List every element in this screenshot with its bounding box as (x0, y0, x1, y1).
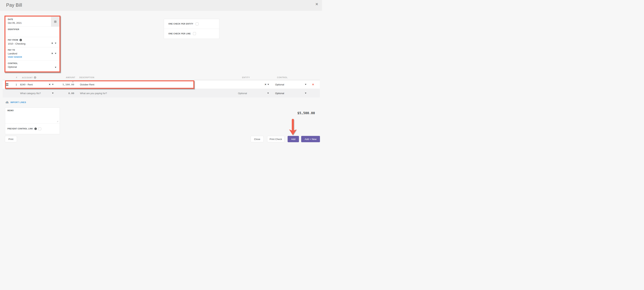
total-amount: $5,500.00 (297, 111, 315, 115)
column-header-num: # (16, 76, 17, 79)
one-check-per-line-checkbox[interactable] (193, 32, 196, 35)
account-select[interactable]: What category fits? (20, 89, 41, 98)
column-header-account: ACCOUNT (22, 76, 33, 79)
print-check-button[interactable]: Print Check (267, 136, 284, 142)
pay-from-label: PAY FROM (8, 39, 18, 41)
clear-icon[interactable]: ✕ (49, 83, 50, 86)
clear-icon[interactable]: ✕ (264, 83, 266, 86)
amount-input[interactable]: 5,500.00 (58, 80, 74, 89)
chevron-down-icon[interactable] (305, 84, 306, 85)
row-control-value[interactable]: Optional (275, 89, 284, 98)
row-number: 1 (16, 80, 17, 89)
chevron-down-icon[interactable] (52, 93, 54, 94)
memo-card: MEMO PREVENT CONTROL LINK i (5, 108, 60, 134)
add-button[interactable]: Add (288, 136, 299, 142)
memo-field: MEMO (5, 108, 60, 124)
row-control-value[interactable]: Optional (275, 80, 284, 89)
prevent-control-link-row: PREVENT CONTROL LINK i (5, 124, 60, 134)
one-check-per-line-label: ONE CHECK PER LINE (168, 33, 191, 35)
table-row: What category fits? 0.00 What are you pa… (2, 89, 320, 98)
column-header-control: CONTROL (277, 76, 288, 79)
pay-from-field: PAY FROM i 1010 - Checking ✕ (6, 37, 59, 47)
close-button[interactable]: Close (250, 136, 264, 142)
description-input[interactable]: What are you paying for? (80, 89, 107, 98)
table-row: 1 8240 - Rent ✕ 5,500.00 October Rent ✕ … (2, 80, 320, 89)
control-label: CONTROL (8, 62, 57, 64)
cloud-upload-icon (5, 101, 9, 104)
clear-icon[interactable]: ✕ (51, 52, 53, 55)
bill-details-card: DATE Oct 05, 2021 IDENTIFIER PAY FROM i … (6, 16, 60, 71)
modal-header: Pay Bill ✕ (0, 0, 322, 10)
one-check-per-entity-label: ONE CHECK PER ENTITY (168, 23, 193, 25)
chevron-down-icon[interactable] (305, 93, 306, 94)
pay-to-label: PAY TO (8, 49, 57, 51)
date-value[interactable]: Oct 05, 2021 (8, 21, 57, 24)
pay-from-value[interactable]: 1010 - Checking (8, 42, 57, 45)
description-input[interactable]: October Rent (80, 80, 94, 89)
close-icon[interactable]: ✕ (315, 2, 318, 6)
chevron-down-icon[interactable] (55, 43, 56, 44)
chevron-down-icon[interactable] (267, 93, 269, 94)
column-header-entity: ENTITY (242, 76, 250, 79)
chevron-down-icon[interactable] (55, 67, 56, 68)
memo-label: MEMO (8, 110, 58, 112)
annotation-arrow-icon (289, 119, 297, 136)
one-check-per-line-row: ONE CHECK PER LINE (164, 29, 219, 38)
identifier-input[interactable] (8, 31, 53, 34)
delete-row-icon[interactable]: ✕ (312, 83, 314, 86)
account-value[interactable]: 8240 - Rent (20, 80, 33, 89)
chevron-down-icon[interactable] (268, 84, 269, 85)
one-check-per-entity-checkbox[interactable] (196, 22, 198, 25)
control-value[interactable]: Optional (8, 66, 57, 68)
check-options-card: ONE CHECK PER ENTITY ONE CHECK PER LINE (164, 19, 220, 39)
column-header-amount: AMOUNT (61, 76, 75, 79)
prevent-control-link-checkbox[interactable] (38, 127, 41, 130)
import-lines-link[interactable]: IMPORT LINES (5, 101, 26, 104)
memo-textarea[interactable] (8, 112, 56, 122)
identifier-label: IDENTIFIER (8, 28, 57, 30)
date-picker-button[interactable] (51, 17, 59, 26)
prevent-control-link-label: PREVENT CONTROL LINK (8, 128, 33, 130)
info-icon[interactable]: i (34, 76, 36, 79)
info-icon[interactable]: i (20, 39, 22, 41)
identifier-field: IDENTIFIER (6, 27, 59, 37)
date-label: DATE (8, 18, 57, 20)
column-header-description: DESCRIPTION (80, 76, 94, 79)
one-check-per-entity-row: ONE CHECK PER ENTITY (164, 19, 219, 29)
pay-to-value[interactable]: Landlord (8, 52, 57, 55)
view-vendor-link[interactable]: VIEW VENDOR (8, 56, 57, 58)
page-title: Pay Bill (6, 2, 22, 8)
amount-input[interactable]: 0.00 (58, 89, 74, 98)
date-field: DATE Oct 05, 2021 (6, 17, 59, 27)
control-field: CONTROL Optional (6, 61, 59, 72)
add-new-button[interactable]: Add + New (301, 136, 320, 142)
info-icon[interactable]: i (34, 128, 37, 130)
pay-to-field: PAY TO Landlord ✕ VIEW VENDOR (6, 47, 59, 61)
chevron-down-icon[interactable] (55, 53, 56, 54)
chevron-down-icon[interactable] (52, 84, 54, 85)
print-button[interactable]: Print (5, 136, 17, 142)
calendar-icon (54, 20, 57, 23)
clear-icon[interactable]: ✕ (51, 42, 53, 44)
resize-handle-icon[interactable] (56, 120, 58, 122)
entity-select[interactable]: Optional (238, 89, 247, 98)
drag-handle-icon[interactable] (6, 80, 8, 89)
